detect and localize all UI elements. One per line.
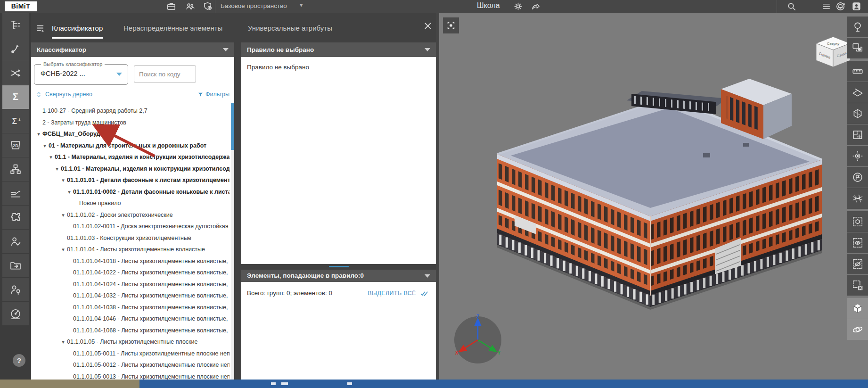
tree-row[interactable]: 01.1.01.04-1032 - Листы хризотилцементны… [31,290,229,302]
gauge-tool-button[interactable] [2,302,29,325]
tree-row[interactable]: 01.1.01.04-1022 - Листы хризотилцементны… [31,267,229,279]
flag-button[interactable] [847,167,868,188]
expand-arrow-icon[interactable]: ▾ [59,244,67,256]
hide-selection-button[interactable] [847,254,868,274]
classifier-section-header[interactable]: Классификатор [31,42,234,57]
panel-splitter[interactable] [241,264,436,270]
help-button[interactable]: ? [13,354,25,367]
sheet-2d-tool-button[interactable]: 2D [2,133,29,157]
tree-row[interactable]: 01.1.01.04-1038 - Листы хризотилцементны… [31,302,229,314]
close-icon[interactable] [423,21,433,31]
expand-arrow-icon[interactable]: ▾ [59,209,67,221]
plugins-tool-button[interactable] [2,206,29,229]
clear-selection-button[interactable] [847,275,868,296]
elements-section-header[interactable]: Элементы, попадающие в правило:0 [241,270,436,282]
tree-row[interactable]: 01.1.01.05-0012 - Листы хризотилцементны… [31,359,229,371]
select-node-tool-button[interactable] [2,37,29,61]
environment-button[interactable] [847,17,868,37]
tree-row[interactable]: ▾01.1.01.01-0002 - Детали фасонные коньк… [31,186,229,198]
user-avatar-icon[interactable] [851,1,862,12]
team-icon[interactable] [185,1,196,12]
tab-classifier[interactable]: Классификатор [52,21,103,39]
expand-arrow-icon[interactable]: ▾ [59,174,67,186]
tree-row[interactable]: ▾01.1.01.02 - Доски электротехнические [31,209,229,221]
tree-row[interactable]: Новое правило [31,198,229,209]
expand-arrow-icon[interactable]: ▾ [35,128,42,140]
scrollbar-thumb[interactable] [231,103,234,150]
user-check-tool-button[interactable] [2,230,29,253]
grid-axes-button[interactable] [847,188,868,209]
tree-row[interactable]: 01.1.01.05-0011 - Листы хризотилцементны… [31,348,229,360]
svg-text:+: + [18,116,21,123]
select-all-link[interactable]: ВЫДЕЛИТЬ ВСЁ [368,289,429,297]
shaded-view-button[interactable] [847,298,868,319]
tree-row[interactable]: 2 - Затраты труда машинистов [31,117,229,129]
expand-arrow-icon[interactable]: ▾ [47,151,55,163]
list-menu-icon[interactable] [821,1,832,12]
isolate-selection-button[interactable] [847,211,868,232]
tree-row[interactable]: 01.1.01.04-1046 - Листы хризотилцементны… [31,313,229,325]
structure-tree-tool-button[interactable] [2,13,29,37]
panel-tab-bar: КлассификаторНераспределённые элементыУн… [31,13,436,42]
chevron-down-icon[interactable]: ▾ [300,1,303,8]
search-icon[interactable] [786,1,797,12]
tree-row[interactable]: ▾01.1.01 - Материалы, изделия и конструк… [31,163,229,175]
orbit-view-button[interactable] [847,319,868,340]
tree-row[interactable]: ▾01.1 - Материалы, изделия и конструкции… [31,151,229,163]
tree-row[interactable]: ▾01.1.01.04 - Листы хризотилцементные во… [31,244,229,256]
capture-region-button[interactable] [847,38,868,58]
3d-viewport[interactable]: Сверху Справа Сзади Z X Y [439,13,868,380]
show-selection-button[interactable] [847,232,868,253]
code-search-input[interactable] [134,65,196,83]
briefcase-icon[interactable] [166,1,177,12]
expand-arrow-icon[interactable]: ▾ [53,163,61,175]
view-cube-top-label[interactable]: Сверху [827,41,840,46]
tree-row[interactable]: 01.1.01.05-0013 - Листы хризотилцементны… [31,371,229,380]
tree-row[interactable]: 1-100-27 - Средний разряд работы 2,7 [31,105,229,117]
tree-row[interactable]: 01.1.01.04-1024 - Листы хризотилцементны… [31,279,229,290]
tree-row[interactable]: 01.1.01.03 - Конструкции хризотилцементн… [31,232,229,244]
elements-section-title: Элементы, попадающие в правило:0 [247,272,364,279]
share-icon[interactable] [531,1,541,12]
folder-share-tool-button[interactable] [2,254,29,277]
sigma-tool-button[interactable]: Σ [2,85,29,109]
capture-viewpoint-button[interactable] [443,17,459,33]
user-pin-icon [9,283,22,296]
expand-arrow-icon[interactable]: ▾ [59,336,67,348]
section-box-button[interactable] [847,103,868,124]
tab-universal-attributes[interactable]: Универсальные атрибуты [248,21,332,37]
axis-gizmo[interactable]: Z X Y [450,311,506,367]
collapse-tree-link[interactable]: Свернуть дерево [36,91,92,98]
expand-arrow-icon[interactable]: ▾ [41,140,49,152]
chart-lines-tool-button[interactable] [2,182,29,205]
measure-button[interactable] [847,61,868,82]
tree-scrollbar[interactable] [231,103,234,380]
section-plane-button[interactable] [847,82,868,103]
splitter-handle[interactable] [329,266,349,267]
shuffle-tool-button[interactable] [2,61,29,85]
tree-row[interactable]: ▾ФСБЦ_Мат_Оборуд [31,128,229,140]
classifier-select[interactable]: Выбрать классификатор ФСНБ-2022 ... [34,64,128,85]
sigma-plus-tool-button[interactable]: Σ+ [2,109,29,133]
panel-menu-icon[interactable] [35,22,47,34]
tree-row[interactable]: 01.1.01.04-1068 - Листы хризотилцементны… [31,325,229,337]
expand-arrow-icon[interactable]: ▾ [66,186,73,198]
tree-row[interactable]: ▾01.1.01.01 - Детали фасонные к листам х… [31,174,229,186]
show-selection-icon [852,237,864,249]
rule-section-header[interactable]: Правило не выбрано [241,42,436,57]
org-chart-tool-button[interactable] [2,157,29,181]
tree-row[interactable]: 01.1.01.04-1018 - Листы хризотилцементны… [31,256,229,267]
locate-button[interactable] [847,146,868,166]
tree-row[interactable]: ▾01 - Материалы для строительных и дорож… [31,140,229,152]
workspace-selector[interactable]: Базовое пространство [221,2,287,9]
tab-unallocated-elements[interactable]: Нераспределённые элементы [123,21,222,37]
filters-link[interactable]: Фильтры [197,91,229,98]
tree-row[interactable]: ▾01.1.01.05 - Листы хризотилцементные пл… [31,336,229,348]
gear-icon[interactable] [513,1,524,12]
shield-check-icon[interactable] [203,1,213,12]
notifications-icon[interactable] [835,1,846,12]
tree-row[interactable]: 01.1.01.02-0011 - Доска электротехническ… [31,221,229,232]
floorplan-button[interactable] [847,124,868,145]
user-pin-tool-button[interactable] [2,278,29,301]
tree-item-label: 01.1.01.04-1068 - Листы хризотилцементны… [73,325,229,337]
